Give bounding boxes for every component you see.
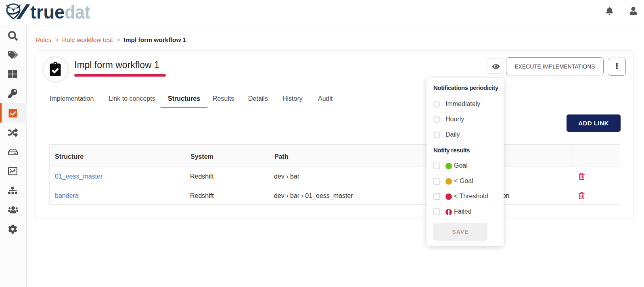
svg-text:dat: dat xyxy=(65,2,90,23)
svg-text:true: true xyxy=(30,2,65,23)
